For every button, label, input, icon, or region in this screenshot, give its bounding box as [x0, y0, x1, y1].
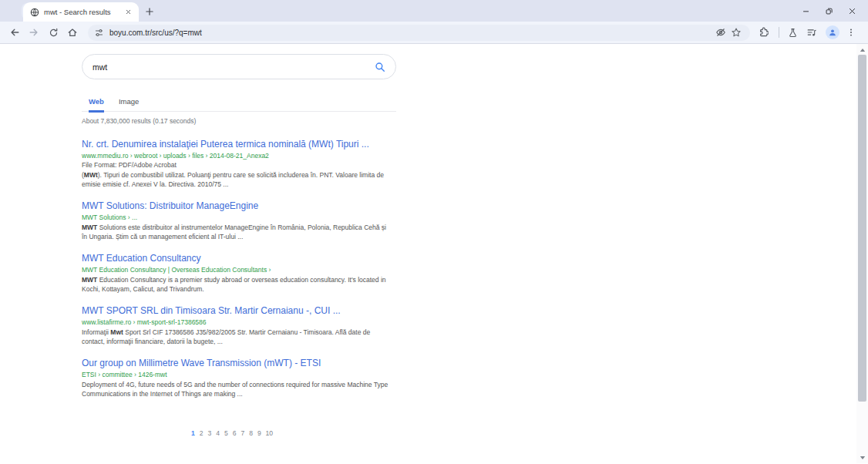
snippet-text: Education Consultancy is a premier study… — [82, 276, 386, 293]
password-eye-slash-icon[interactable] — [713, 25, 728, 40]
profile-avatar[interactable] — [826, 25, 839, 39]
search-query-text[interactable]: mwt — [93, 62, 375, 72]
globe-favicon-icon — [30, 8, 39, 17]
restore-button[interactable] — [817, 0, 840, 22]
search-result: MWT Solutions: Distribuitor ManageEngine… — [82, 200, 392, 241]
result-url-breadcrumb: www.mmediu.ro › webroot › uploads › file… — [82, 152, 392, 160]
snippet-text: Mwt — [110, 328, 123, 336]
scrollbar-down-arrow[interactable] — [856, 452, 868, 462]
tab-close-icon[interactable] — [123, 7, 133, 17]
search-result: MWT Education ConsultancyMWT Education C… — [82, 253, 392, 294]
page-number-current[interactable]: 1 — [191, 429, 195, 437]
page-content: mwt Web Image About 7,830,000 results (0… — [0, 44, 868, 463]
result-title-link[interactable]: MWT Education Consultancy — [82, 253, 392, 264]
toolbar-right-cluster — [755, 24, 862, 41]
results-list: Nr. crt. Denumirea instalaţiei Puterea t… — [82, 139, 416, 398]
more-menu-icon[interactable] — [843, 24, 860, 41]
result-title-link[interactable]: MWT Solutions: Distribuitor ManageEngine — [82, 200, 392, 211]
page-number-link[interactable]: 10 — [266, 429, 273, 437]
search-result: MWT SPORT SRL din Timisoara Str. Martir … — [82, 305, 392, 346]
result-snippet: Informaţii Mwt Sport Srl CIF 17386586 J3… — [82, 328, 392, 346]
new-tab-button[interactable] — [143, 5, 155, 17]
page-number-link[interactable]: 5 — [224, 429, 228, 437]
browser-tab-strip: mwt - Search results — [0, 0, 868, 22]
forward-button[interactable] — [25, 24, 42, 41]
bookmark-star-icon[interactable] — [728, 25, 744, 40]
tab-image[interactable]: Image — [119, 97, 139, 111]
result-url-breadcrumb: ETSI › committee › 1426-mwt — [82, 371, 392, 378]
scrollbar-thumb[interactable] — [858, 55, 866, 402]
magnifier-icon[interactable] — [375, 62, 385, 72]
reload-button[interactable] — [45, 24, 62, 41]
tab-web[interactable]: Web — [89, 97, 104, 113]
page-number-link[interactable]: 6 — [233, 429, 237, 437]
site-info-icon[interactable] — [94, 28, 104, 38]
result-url-breadcrumb: www.listafirme.ro › mwt-sport-srl-173865… — [82, 318, 392, 326]
search-category-tabs: Web Image — [82, 97, 396, 112]
snippet-text: Solutions este distribuitor al instrumen… — [82, 224, 386, 240]
result-title-link[interactable]: Our group on Millimetre Wave Transmissio… — [82, 358, 392, 368]
result-title-link[interactable]: MWT SPORT SRL din Timisoara Str. Martir … — [82, 305, 392, 316]
snippet-text: Informaţii — [82, 328, 110, 336]
scrollbar[interactable] — [856, 44, 868, 463]
result-snippet: MWT Solutions este distribuitor al instr… — [82, 223, 392, 241]
tab-title: mwt - Search results — [44, 8, 123, 16]
result-title-link[interactable]: Nr. crt. Denumirea instalaţiei Puterea t… — [82, 139, 392, 150]
result-snippet: (MWt). Tipuri de combustibil utilizat. P… — [82, 170, 392, 189]
home-button[interactable] — [64, 24, 81, 41]
snippet-text: MWt — [84, 171, 98, 179]
snippet-text: Deployment of 4G, future needs of 5G and… — [82, 381, 388, 398]
back-button[interactable] — [6, 24, 23, 41]
result-stats: About 7,830,000 results (0.17 seconds) — [82, 117, 416, 125]
result-url-breadcrumb: MWT Solutions › ... — [82, 214, 392, 221]
extensions-puzzle-icon[interactable] — [755, 24, 772, 41]
search-result: Our group on Millimetre Wave Transmissio… — [82, 358, 392, 398]
labs-flask-icon[interactable] — [784, 24, 801, 41]
result-url-breadcrumb: MWT Education Consultancy | Overseas Edu… — [82, 266, 392, 274]
page-number-link[interactable]: 3 — [207, 429, 211, 437]
toolbar-separator — [779, 27, 779, 38]
scrollbar-up-arrow[interactable] — [856, 45, 868, 55]
snippet-text: MWT — [82, 224, 97, 231]
window-controls — [794, 0, 863, 22]
browser-tab[interactable]: mwt - Search results — [23, 2, 139, 22]
result-file-format: File Format: PDF/Adobe Acrobat — [82, 161, 392, 169]
search-result: Nr. crt. Denumirea instalaţiei Puterea t… — [82, 139, 392, 189]
search-input[interactable]: mwt — [82, 54, 396, 79]
page-number-link[interactable]: 4 — [216, 429, 220, 437]
minimize-button[interactable] — [794, 0, 817, 22]
snippet-text: Sport Srl CIF 17386586 J35/982/2005 Str.… — [82, 328, 370, 345]
page-number-link[interactable]: 9 — [257, 429, 261, 437]
page-number-link[interactable]: 7 — [241, 429, 244, 437]
close-window-button[interactable] — [840, 0, 863, 22]
snippet-text: MWT — [82, 276, 97, 284]
pagination: 12345678910 — [191, 429, 416, 437]
snippet-text: ). Tipuri de combustibil utilizat. Polua… — [82, 171, 384, 188]
url-text[interactable]: boyu.com.tr/src/us/?q=mwt — [109, 29, 713, 37]
page-number-link[interactable]: 2 — [200, 429, 204, 437]
result-snippet: Deployment of 4G, future needs of 5G and… — [82, 380, 392, 398]
browser-toolbar: boyu.com.tr/src/us/?q=mwt — [0, 22, 868, 44]
result-snippet: MWT Education Consultancy is a premier s… — [82, 275, 392, 294]
media-controls-icon[interactable] — [803, 24, 820, 41]
address-bar[interactable]: boyu.com.tr/src/us/?q=mwt — [88, 25, 750, 41]
page-number-link[interactable]: 8 — [249, 429, 253, 437]
